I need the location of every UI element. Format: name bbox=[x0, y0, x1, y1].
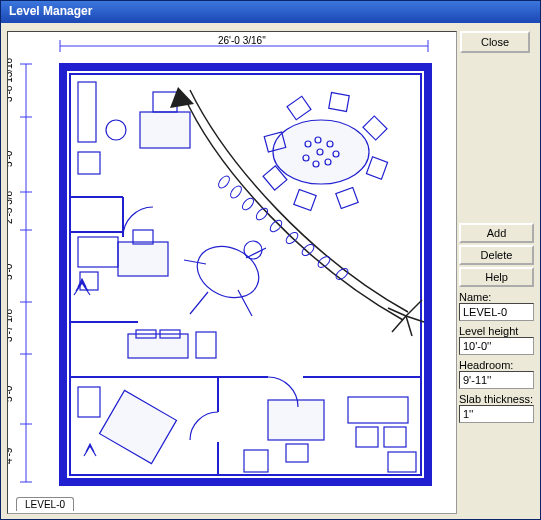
svg-rect-59 bbox=[384, 427, 406, 447]
level-tab[interactable]: LEVEL-0 bbox=[16, 497, 74, 511]
floorplan-svg: 26'-0 3/16" 3'-8 13/16" 5'-0" 2'-5 3/8" … bbox=[8, 32, 457, 497]
svg-rect-40 bbox=[363, 116, 387, 140]
dim-left-5: 5'-0" bbox=[8, 382, 14, 402]
slab-label: Slab thickness: bbox=[459, 393, 534, 405]
titlebar: Level Manager bbox=[1, 1, 540, 23]
delete-button[interactable]: Delete bbox=[459, 245, 534, 265]
svg-rect-61 bbox=[388, 452, 416, 472]
headroom-field[interactable] bbox=[459, 371, 534, 389]
svg-point-28 bbox=[273, 120, 369, 184]
level-height-label: Level height bbox=[459, 325, 534, 337]
dim-left-2: 2'-5 3/8" bbox=[8, 187, 14, 224]
person-figure bbox=[184, 237, 267, 316]
svg-rect-24 bbox=[78, 152, 100, 174]
svg-rect-55 bbox=[268, 400, 324, 440]
svg-rect-23 bbox=[78, 82, 96, 142]
svg-point-73 bbox=[268, 218, 284, 233]
svg-rect-54 bbox=[78, 387, 100, 417]
star-burst-icon bbox=[388, 300, 424, 336]
svg-rect-52 bbox=[196, 332, 216, 358]
svg-rect-53 bbox=[100, 390, 177, 463]
window-title: Level Manager bbox=[9, 4, 92, 18]
svg-rect-57 bbox=[348, 397, 408, 423]
svg-rect-41 bbox=[366, 157, 387, 179]
svg-rect-60 bbox=[244, 450, 268, 472]
svg-point-72 bbox=[254, 206, 269, 222]
name-field[interactable] bbox=[459, 303, 534, 321]
headroom-label: Headroom: bbox=[459, 359, 534, 371]
svg-rect-38 bbox=[287, 96, 311, 119]
svg-line-64 bbox=[406, 300, 422, 316]
svg-point-69 bbox=[216, 174, 231, 190]
dim-left-6: 4'-9" bbox=[8, 444, 14, 464]
dim-left-0: 3'-8 13/16" bbox=[8, 54, 14, 102]
svg-rect-39 bbox=[329, 93, 350, 112]
svg-point-27 bbox=[106, 120, 126, 140]
slab-field[interactable] bbox=[459, 405, 534, 423]
svg-point-62 bbox=[189, 237, 267, 308]
level-manager-window: Level Manager Close 26'-0 3/16" bbox=[0, 0, 541, 520]
help-button[interactable]: Help bbox=[459, 267, 534, 287]
svg-rect-43 bbox=[294, 189, 316, 210]
svg-rect-25 bbox=[140, 112, 190, 148]
svg-point-63 bbox=[244, 241, 262, 259]
svg-rect-42 bbox=[336, 187, 358, 208]
svg-rect-47 bbox=[118, 242, 168, 276]
footprints-icon bbox=[216, 174, 349, 281]
svg-rect-58 bbox=[356, 427, 378, 447]
dim-top: 26'-0 3/16" bbox=[218, 35, 266, 46]
svg-point-76 bbox=[316, 254, 332, 269]
side-panel: Add Delete Help Name: Level height Headr… bbox=[459, 223, 534, 423]
svg-point-70 bbox=[228, 184, 243, 200]
svg-rect-56 bbox=[286, 444, 308, 462]
dim-left-3: 5'-0" bbox=[8, 260, 14, 280]
add-button[interactable]: Add bbox=[459, 223, 534, 243]
dim-left-4: 3'-7 1/8" bbox=[8, 305, 14, 342]
dim-left-1: 5'-0" bbox=[8, 147, 14, 167]
close-button[interactable]: Close bbox=[460, 31, 530, 53]
floorplan-canvas[interactable]: 26'-0 3/16" 3'-8 13/16" 5'-0" 2'-5 3/8" … bbox=[7, 31, 457, 514]
level-height-field[interactable] bbox=[459, 337, 534, 355]
content-area: Close 26'-0 3/16" bbox=[1, 23, 540, 519]
svg-line-66 bbox=[406, 316, 412, 336]
name-label: Name: bbox=[459, 291, 534, 303]
svg-rect-45 bbox=[78, 237, 118, 267]
